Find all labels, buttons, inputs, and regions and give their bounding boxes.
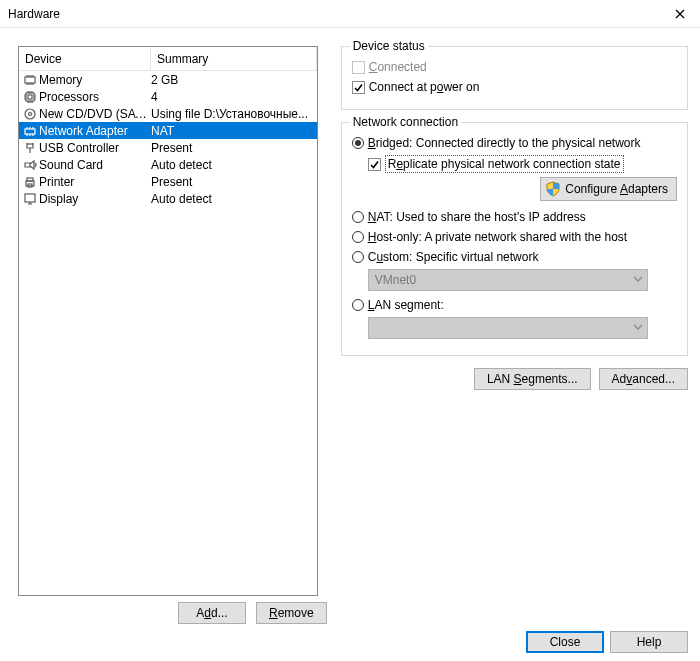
device-icon	[22, 174, 38, 190]
column-device[interactable]: Device	[19, 47, 151, 70]
checkbox-connected-box	[352, 61, 365, 74]
close-button[interactable]: Close	[526, 631, 604, 653]
device-icon	[22, 191, 38, 207]
shield-icon	[545, 181, 561, 197]
checkbox-connect-poweron[interactable]: Connect at power on	[352, 79, 677, 95]
device-row[interactable]: DisplayAuto detect	[19, 190, 317, 207]
radio-bridged-dot[interactable]	[352, 137, 364, 149]
device-name: Network Adapter	[39, 124, 151, 138]
svg-rect-5	[25, 129, 35, 134]
titlebar: Hardware	[0, 0, 700, 28]
device-summary: Using file D:\Установочные...	[151, 107, 317, 121]
device-row[interactable]: Memory2 GB	[19, 71, 317, 88]
svg-point-4	[29, 112, 32, 115]
radio-host-only-dot[interactable]	[352, 231, 364, 243]
column-summary[interactable]: Summary	[151, 47, 317, 70]
group-device-status: Device status Connected Connect at power…	[341, 46, 688, 110]
checkbox-connected: Connected	[352, 59, 677, 75]
svg-rect-9	[25, 194, 35, 202]
device-summary: Present	[151, 141, 317, 155]
device-icon	[22, 89, 38, 105]
radio-nat[interactable]: NAT: Used to share the host's IP address	[352, 209, 677, 225]
device-name: Processors	[39, 90, 151, 104]
select-lan-segment	[368, 317, 648, 339]
device-row[interactable]: Sound CardAuto detect	[19, 156, 317, 173]
radio-nat-dot[interactable]	[352, 211, 364, 223]
svg-rect-0	[25, 77, 35, 83]
device-summary: 4	[151, 90, 317, 104]
device-row[interactable]: Network AdapterNAT	[19, 122, 317, 139]
checkbox-connect-poweron-box[interactable]	[352, 81, 365, 94]
configure-adapters-button[interactable]: Configure Adapters	[540, 177, 677, 201]
device-name: Printer	[39, 175, 151, 189]
window-title: Hardware	[8, 7, 660, 21]
device-name: Memory	[39, 73, 151, 87]
device-list[interactable]: Device Summary Memory2 GBProcessors4New …	[18, 46, 318, 596]
help-button[interactable]: Help	[610, 631, 688, 653]
radio-custom-dot[interactable]	[352, 251, 364, 263]
device-icon	[22, 157, 38, 173]
device-name: Sound Card	[39, 158, 151, 172]
group-network-connection-legend: Network connection	[350, 115, 461, 129]
group-network-connection: Network connection Bridged: Connected di…	[341, 122, 688, 356]
add-button[interactable]: Add...	[178, 602, 246, 624]
device-icon	[22, 123, 38, 139]
radio-lan-segment[interactable]: LAN segment:	[352, 297, 677, 313]
device-name: New CD/DVD (SATA)	[39, 107, 151, 121]
device-row[interactable]: USB ControllerPresent	[19, 139, 317, 156]
device-list-header: Device Summary	[19, 47, 317, 71]
svg-rect-1	[26, 93, 34, 101]
device-row[interactable]: PrinterPresent	[19, 173, 317, 190]
device-icon	[22, 140, 38, 156]
device-summary: 2 GB	[151, 73, 317, 87]
chevron-down-icon	[633, 273, 643, 287]
device-summary: Present	[151, 175, 317, 189]
device-summary: Auto detect	[151, 158, 317, 172]
device-icon	[22, 106, 38, 122]
radio-lan-segment-dot[interactable]	[352, 299, 364, 311]
device-summary: NAT	[151, 124, 317, 138]
chevron-down-icon	[633, 321, 643, 335]
radio-custom[interactable]: Custom: Specific virtual network	[352, 249, 677, 265]
radio-bridged[interactable]: Bridged: Connected directly to the physi…	[352, 135, 677, 151]
device-row[interactable]: New CD/DVD (SATA)Using file D:\Установоч…	[19, 105, 317, 122]
device-icon	[22, 72, 38, 88]
device-summary: Auto detect	[151, 192, 317, 206]
device-row[interactable]: Processors4	[19, 88, 317, 105]
advanced-button[interactable]: Advanced...	[599, 368, 688, 390]
device-name: USB Controller	[39, 141, 151, 155]
checkbox-replicate[interactable]: Replicate physical network connection st…	[352, 155, 677, 173]
window-close-button[interactable]	[660, 0, 700, 28]
svg-rect-2	[28, 95, 32, 99]
lan-segments-button[interactable]: LAN Segments...	[474, 368, 591, 390]
remove-button[interactable]: Remove	[256, 602, 327, 624]
svg-rect-7	[27, 178, 33, 181]
group-device-status-legend: Device status	[350, 39, 428, 53]
radio-host-only[interactable]: Host-only: A private network shared with…	[352, 229, 677, 245]
device-name: Display	[39, 192, 151, 206]
close-icon	[675, 9, 685, 19]
select-custom-vmnet-value: VMnet0	[375, 273, 416, 287]
select-custom-vmnet: VMnet0	[368, 269, 648, 291]
checkbox-replicate-box[interactable]	[368, 158, 381, 171]
svg-point-3	[25, 109, 35, 119]
